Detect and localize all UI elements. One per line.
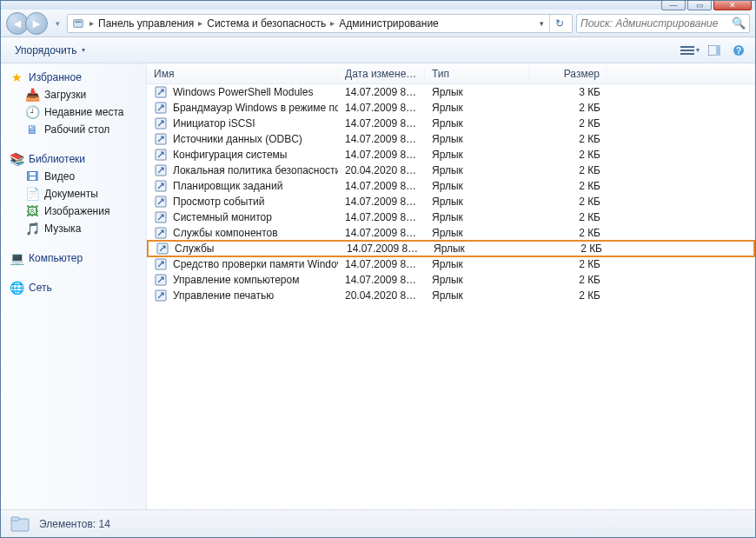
file-size: 2 КБ [529, 164, 607, 176]
sidebar-libraries-header[interactable]: 📚 Библиотеки [1, 150, 146, 168]
file-row[interactable]: Просмотр событий14.07.2009 8:42Ярлык2 КБ [147, 194, 755, 209]
column-header-date[interactable]: Дата изменения [338, 68, 425, 80]
file-row[interactable]: Инициатор iSCSI14.07.2009 8:41Ярлык2 КБ [147, 116, 755, 131]
breadcrumb-dropdown[interactable]: ▾ [536, 19, 547, 28]
file-row[interactable]: Средство проверки памяти Windows14.07.20… [147, 256, 755, 272]
organize-label: Упорядочить [15, 44, 76, 56]
file-row[interactable]: Локальная политика безопасности20.04.202… [147, 163, 755, 178]
sidebar-item-documents[interactable]: 📄 Документы [1, 185, 146, 203]
sidebar-network-group: 🌐 Сеть [1, 279, 146, 296]
breadcrumb[interactable]: ▸ Панель управления ▸ Система и безопасн… [67, 14, 573, 33]
file-date: 14.07.2009 8:42 [338, 196, 425, 208]
file-row[interactable]: Планировщик заданий14.07.2009 8:42Ярлык2… [147, 178, 755, 194]
breadcrumb-item[interactable]: Панель управления [96, 17, 196, 30]
svg-rect-4 [680, 53, 694, 55]
file-size: 2 КБ [529, 133, 607, 145]
file-row[interactable]: Службы14.07.2009 8:41Ярлык2 КБ [147, 240, 755, 257]
shortcut-icon [156, 242, 169, 256]
video-icon: 🎞 [25, 169, 39, 183]
file-date: 14.07.2009 8:41 [338, 133, 425, 145]
file-size: 2 КБ [529, 211, 607, 223]
sidebar-item-music[interactable]: 🎵 Музыка [1, 220, 146, 237]
sidebar-item-pictures[interactable]: 🖼 Изображения [1, 203, 146, 220]
statusbar: Элементов: 14 [1, 509, 755, 537]
sidebar-favorites-header[interactable]: ★ Избранное [1, 69, 146, 86]
file-size: 3 КБ [529, 86, 607, 98]
recent-icon: 🕘 [25, 105, 39, 119]
help-button[interactable]: ? [729, 41, 748, 60]
column-header-size[interactable]: Размер [529, 68, 607, 80]
shortcut-icon [154, 210, 168, 224]
breadcrumb-item[interactable]: Система и безопасность [205, 17, 328, 30]
file-row[interactable]: Брандмауэр Windows в режиме повы...14.07… [147, 100, 755, 116]
file-row[interactable]: Windows PowerShell Modules14.07.2009 8:5… [147, 84, 755, 100]
sidebar-favorites-label: Избранное [29, 71, 82, 83]
file-size: 2 КБ [529, 227, 607, 239]
file-date: 14.07.2009 8:52 [338, 86, 425, 98]
file-row[interactable]: Конфигурация системы14.07.2009 8:41Ярлык… [147, 147, 755, 163]
file-size: 2 КБ [529, 258, 607, 270]
file-size: 2 КБ [529, 289, 607, 302]
file-row[interactable]: Управление печатью20.04.2020 8:39Ярлык2 … [147, 288, 755, 303]
organize-button[interactable]: Упорядочить ▾ [8, 41, 92, 60]
sidebar-item-label: Рабочий стол [44, 123, 109, 136]
sidebar-item-label: Изображения [44, 205, 109, 217]
file-name: Конфигурация системы [173, 149, 287, 161]
file-type: Ярлык [425, 211, 529, 223]
sidebar-item-videos[interactable]: 🎞 Видео [1, 168, 146, 185]
preview-pane-button[interactable] [705, 41, 724, 60]
file-row[interactable]: Службы компонентов14.07.2009 8:46Ярлык2 … [147, 225, 755, 241]
svg-rect-0 [74, 19, 83, 27]
file-size: 2 КБ [529, 149, 607, 161]
shortcut-icon [154, 101, 168, 115]
searchbox[interactable]: 🔍 [576, 14, 750, 33]
shortcut-icon [154, 163, 168, 177]
file-type: Ярлык [425, 180, 529, 192]
file-row[interactable]: Управление компьютером14.07.2009 8:41Ярл… [147, 272, 755, 288]
toolbar: Упорядочить ▾ ▾ ? [1, 37, 755, 63]
file-type: Ярлык [425, 164, 529, 176]
file-date: 14.07.2009 8:41 [340, 242, 427, 255]
sidebar-computer-group: 💻 Компьютер [1, 249, 146, 267]
view-options-button[interactable]: ▾ [680, 41, 700, 60]
file-type: Ярлык [425, 102, 529, 114]
file-type: Ярлык [425, 196, 529, 208]
sidebar-item-label: Музыка [44, 223, 81, 235]
sidebar-item-desktop[interactable]: 🖥 Рабочий стол [1, 121, 146, 138]
sidebar-item-label: Видео [44, 170, 75, 183]
file-size: 2 КБ [531, 242, 609, 255]
file-row[interactable]: Системный монитор14.07.2009 8:41Ярлык2 К… [147, 209, 755, 225]
close-button[interactable]: ✕ [713, 0, 752, 10]
file-size: 2 КБ [529, 117, 607, 130]
sidebar-libraries-group: 📚 Библиотеки 🎞 Видео 📄 Документы 🖼 Изобр… [1, 150, 146, 237]
maximize-button[interactable]: ▭ [687, 0, 712, 10]
breadcrumb-item[interactable]: Администрирование [337, 17, 440, 30]
nav-history-dropdown[interactable]: ▾ [51, 15, 63, 32]
sidebar-computer[interactable]: 💻 Компьютер [1, 249, 146, 267]
file-date: 14.07.2009 8:41 [338, 149, 425, 161]
sidebar-network[interactable]: 🌐 Сеть [1, 279, 146, 296]
file-row[interactable]: Источники данных (ODBC)14.07.2009 8:41Яр… [147, 131, 755, 147]
svg-rect-24 [11, 517, 19, 521]
file-date: 20.04.2020 8:39 [338, 164, 425, 176]
file-size: 2 КБ [529, 102, 607, 114]
file-type: Ярлык [425, 227, 529, 239]
shortcut-icon [154, 289, 168, 302]
search-input[interactable] [580, 17, 732, 30]
folder-icon [10, 514, 30, 535]
minimize-button[interactable]: — [661, 0, 686, 10]
chevron-right-icon: ▸ [328, 18, 337, 28]
sidebar-item-recent[interactable]: 🕘 Недавние места [1, 103, 146, 121]
forward-button[interactable]: ► [25, 12, 48, 35]
column-header-name[interactable]: Имя [147, 68, 338, 80]
file-date: 14.07.2009 8:41 [338, 274, 425, 286]
search-icon[interactable]: 🔍 [732, 17, 746, 30]
sidebar-item-downloads[interactable]: 📥 Загрузки [1, 86, 146, 103]
music-icon: 🎵 [25, 222, 39, 236]
column-header-type[interactable]: Тип [425, 68, 529, 80]
shortcut-icon [154, 257, 168, 271]
file-type: Ярлык [425, 274, 529, 286]
refresh-button[interactable]: ↻ [549, 15, 568, 32]
file-name: Средство проверки памяти Windows [173, 258, 338, 270]
svg-rect-1 [76, 21, 82, 23]
